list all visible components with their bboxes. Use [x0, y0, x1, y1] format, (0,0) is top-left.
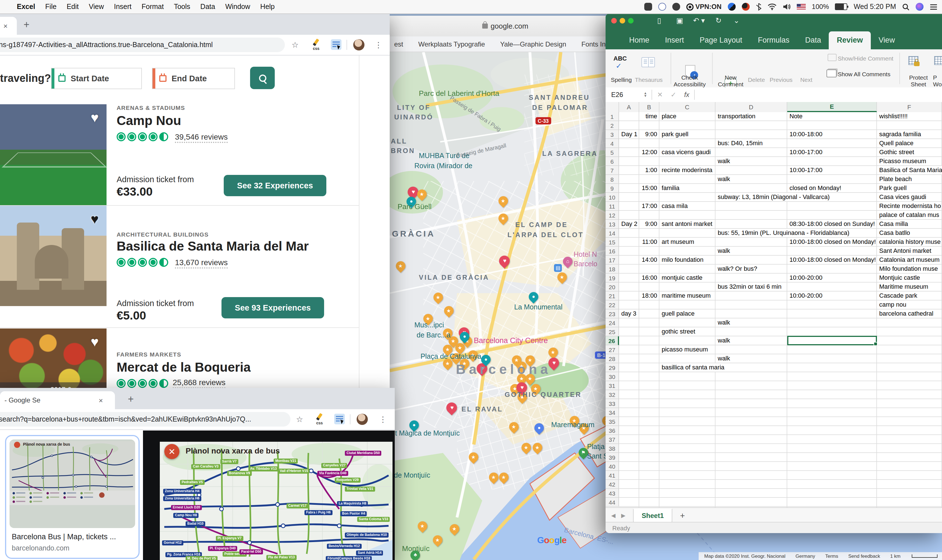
save-heart-icon[interactable]: ♥ — [91, 110, 99, 126]
cell-E19[interactable]: 10:00-20:00 — [789, 274, 823, 282]
tab-close-icon[interactable]: × — [99, 396, 103, 405]
cell-F7[interactable]: Basilica of Santa Maria — [879, 166, 942, 174]
row-header-40[interactable]: 40 — [606, 462, 619, 471]
cell-D8[interactable]: walk — [717, 175, 731, 183]
menu-insert[interactable]: Insert — [114, 3, 132, 11]
cell-E15[interactable]: 10:00-18:00 closed on Monday! — [789, 238, 876, 246]
sheet-next-icon[interactable]: ▶ — [621, 512, 625, 518]
cell-B1[interactable]: time — [645, 112, 658, 120]
row-header-17[interactable]: 17 — [606, 255, 619, 265]
menubar-clock[interactable]: Wed 5:20 PM — [854, 3, 896, 11]
check-accessibility-button[interactable]: CheckAccessibility — [672, 74, 708, 88]
cell-B11[interactable]: 17:00 — [641, 202, 658, 210]
cell-E21[interactable]: 10:00-20:00 — [789, 291, 823, 300]
cell-E5[interactable]: 10:00-17:00 — [789, 148, 823, 156]
row-header-11[interactable]: 11 — [606, 202, 619, 211]
menu-data[interactable]: Data — [200, 3, 215, 11]
next-comment-button[interactable]: Next — [796, 76, 816, 83]
terms-link[interactable]: Terms — [825, 553, 838, 559]
listing-title[interactable]: Basilica de Santa Maria del Mar — [117, 239, 309, 254]
close-traffic-light[interactable] — [611, 18, 617, 23]
cell-E3[interactable]: 10:00-18:00 — [789, 130, 823, 138]
cell-F19[interactable]: Montjuic castle — [879, 274, 921, 282]
cell-D14[interactable]: bus: 55, 19min (PL. Urquinaona - Florida… — [717, 229, 850, 237]
end-date-input[interactable]: End Date — [152, 68, 235, 89]
cells-area[interactable]: 1timeplacetransportationNotewishlist!!!!… — [606, 112, 942, 507]
notification-center-icon[interactable] — [930, 2, 937, 11]
ribbon-tab-data[interactable]: Data — [797, 31, 829, 49]
cell-B17[interactable]: 14:00 — [641, 255, 658, 264]
row-header-20[interactable]: 20 — [606, 283, 619, 291]
badge-app-icon[interactable] — [658, 3, 666, 11]
cell-F23[interactable]: barcelona cathedral — [879, 309, 934, 318]
cell-C23[interactable]: guell palace — [661, 309, 695, 318]
cell-F15[interactable]: catalonia history muse — [879, 238, 941, 246]
cell-C19[interactable]: montjuic castle — [661, 274, 703, 282]
new-file-icon[interactable]: ▯ — [657, 16, 661, 25]
menu-view[interactable]: View — [89, 3, 104, 11]
cell-D18[interactable]: walk? Or bus? — [717, 265, 758, 273]
row-header-37[interactable]: 37 — [606, 435, 619, 444]
chrome-profile-avatar[interactable] — [357, 414, 368, 425]
cell-B7[interactable]: 1:00 — [645, 166, 658, 174]
cell-F3[interactable]: sagrada familia — [879, 130, 922, 138]
row-header-21[interactable]: 21 — [606, 291, 619, 300]
cell-B19[interactable]: 16:00 — [641, 274, 658, 282]
thesaurus-button[interactable]: Thesaurus — [631, 76, 666, 83]
cell-D4[interactable]: bus: D40, 15min — [717, 139, 763, 148]
row-header-26[interactable]: 26 — [606, 336, 619, 345]
listing-photo-basilica[interactable]: ♥ — [0, 206, 106, 306]
row-header-41[interactable]: 41 — [606, 471, 619, 480]
cell-C1[interactable]: place — [661, 112, 677, 120]
row-header-25[interactable]: 25 — [606, 328, 619, 336]
vpn-status[interactable]: VPN:ON — [686, 3, 721, 11]
cell-F17[interactable]: Catalonia art museum — [879, 255, 940, 264]
insert-function-button[interactable]: fx — [684, 91, 690, 98]
cell-F6[interactable]: Picasso museum — [879, 157, 927, 165]
us-flag-icon[interactable] — [797, 4, 806, 9]
cell-F11[interactable]: Recinte modernista ho — [879, 202, 942, 210]
reviews-link[interactable]: 25,868 reviews — [173, 378, 225, 388]
app-icon-1[interactable] — [728, 3, 736, 11]
cell-A3[interactable]: Day 1 — [621, 130, 638, 138]
bookmark-item[interactable]: est — [394, 40, 403, 48]
safari-address[interactable]: google.com — [491, 22, 528, 30]
ribbon-tab-page-layout[interactable]: Page Layout — [692, 31, 750, 49]
sheet-prev-icon[interactable]: ◀ — [611, 512, 616, 518]
row-header-16[interactable]: 16 — [606, 247, 619, 255]
cell-F21[interactable]: Cascade park — [879, 291, 918, 300]
protect-sheet-button[interactable]: ProtectSheet — [907, 74, 930, 88]
selected-cell-E26[interactable] — [787, 336, 877, 345]
row-header-31[interactable]: 31 — [606, 381, 619, 390]
cell-B5[interactable]: 12:00 — [641, 148, 658, 156]
ribbon-tab-formulas[interactable]: Formulas — [750, 31, 797, 49]
bus-map-thumbnail[interactable]: Plànol nova xarxa de bus — [9, 440, 135, 528]
cell-A23[interactable]: day 3 — [621, 309, 637, 318]
menu-tools[interactable]: Tools — [174, 3, 190, 11]
cell-F20[interactable]: Maritime museum — [879, 283, 929, 291]
cell-B21[interactable]: 18:00 — [641, 291, 658, 300]
row-header-2[interactable]: 2 — [606, 121, 619, 130]
cell-A13[interactable]: Day 2 — [621, 220, 638, 228]
evernote-icon[interactable] — [644, 3, 652, 11]
cell-E9[interactable]: closed on Monday! — [789, 184, 842, 192]
show-all-comments-button[interactable]: Show All Comments — [838, 71, 890, 77]
ribbon-tab-insert[interactable]: Insert — [657, 31, 692, 49]
css-extension-icon[interactable]: css — [316, 413, 326, 425]
show-hide-comment-button[interactable]: Show/Hide Comment — [838, 55, 893, 62]
column-header-E[interactable]: E — [787, 102, 877, 112]
cell-C13[interactable]: sant antoni market — [661, 220, 713, 228]
new-tab-button[interactable]: + — [128, 394, 134, 405]
previous-comment-button[interactable]: Previous — [768, 76, 794, 83]
chrome-profile-avatar[interactable] — [353, 39, 365, 51]
volume-icon[interactable] — [783, 2, 791, 11]
cell-C11[interactable]: casa mila — [661, 202, 688, 210]
cell-F4[interactable]: Quell palace — [879, 139, 914, 148]
cell-E7[interactable]: 10:00-17:00 — [789, 166, 823, 174]
bookmark-item[interactable]: Yale—Graphic Design — [500, 40, 566, 48]
save-heart-icon[interactable]: ♥ — [91, 334, 99, 350]
column-header-C[interactable]: C — [659, 102, 716, 112]
row-header-23[interactable]: 23 — [606, 309, 619, 318]
start-date-input[interactable]: Start Date — [51, 68, 142, 89]
row-header-30[interactable]: 30 — [606, 372, 619, 381]
